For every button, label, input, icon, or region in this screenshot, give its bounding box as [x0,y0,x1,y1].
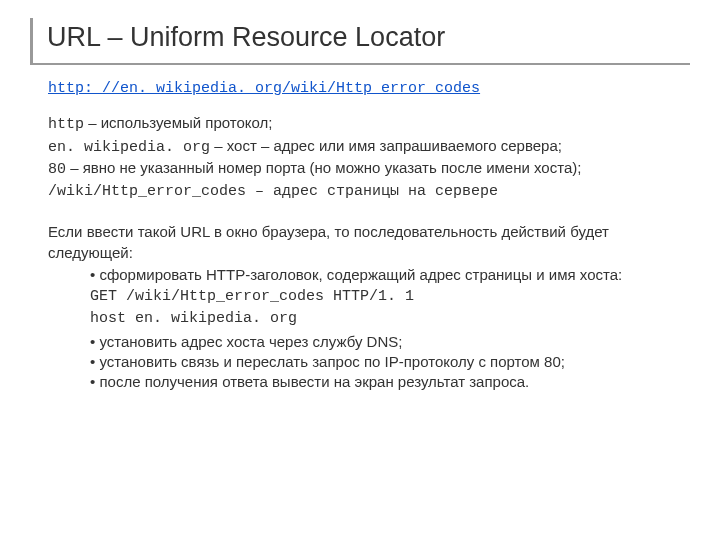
component-host: en. wikipedia. org – хост – адрес или им… [48,136,690,158]
url-components: http – используемый протокол; en. wikipe… [48,113,690,202]
list-item: установить связь и переслать запрос по I… [90,352,690,372]
sequence-block: Если ввести такой URL в окно браузера, т… [48,222,690,392]
bullet-list-top: сформировать HTTP-заголовок, содержащий … [90,265,690,285]
desc-port: – явно не указанный номер порта (но можн… [66,159,581,176]
desc-protocol: – используемый протокол; [84,114,272,131]
desc-path: – адрес страницы на сервере [246,183,498,200]
term-path: /wiki/Http_error_codes [48,183,246,200]
title-box: URL – Uniform Resource Locator [30,18,690,65]
term-host: en. wikipedia. org [48,139,210,156]
body: http: //en. wikipedia. org/wiki/Http_err… [30,77,690,392]
component-port: 80 – явно не указанный номер порта (но м… [48,158,690,180]
term-protocol: http [48,116,84,133]
slide: URL – Uniform Resource Locator http: //e… [0,0,720,540]
component-protocol: http – используемый протокол; [48,113,690,135]
component-path: /wiki/Http_error_codes – адрес страницы … [48,180,690,202]
desc-host: – хост – адрес или имя запрашиваемого се… [210,137,562,154]
bullet-list-rest: установить адрес хоста через службу DNS;… [90,332,690,393]
list-item: после получения ответа вывести на экран … [90,372,690,392]
sequence-intro: Если ввести такой URL в окно браузера, т… [48,222,690,263]
example-url-link[interactable]: http: //en. wikipedia. org/wiki/Http_err… [48,79,480,99]
list-item: установить адрес хоста через службу DNS; [90,332,690,352]
term-port: 80 [48,161,66,178]
http-request-line2: host en. wikipedia. org [90,309,690,329]
http-request-line1: GET /wiki/Http_error_codes HTTP/1. 1 [90,287,690,307]
page-title: URL – Uniform Resource Locator [47,22,690,53]
list-item: сформировать HTTP-заголовок, содержащий … [90,265,690,285]
